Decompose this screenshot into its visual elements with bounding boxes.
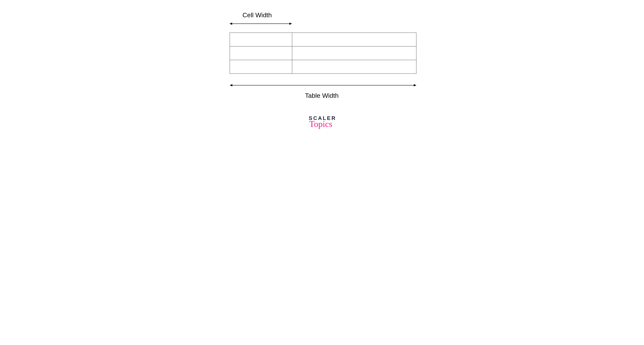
table-cell (292, 33, 416, 47)
svg-marker-5 (414, 84, 416, 86)
svg-marker-2 (289, 23, 292, 25)
cell-width-arrow (230, 22, 292, 26)
table-row (230, 47, 416, 60)
width-diagram-table (230, 33, 416, 74)
brand-line2: Topics (306, 120, 336, 128)
diagram-canvas: Cell Width Table Width SCALER Topics (180, 0, 464, 152)
table-width-arrow (230, 83, 416, 87)
cell-width-label: Cell Width (242, 11, 272, 19)
brand-logo: SCALER Topics (309, 116, 336, 128)
table-row (230, 60, 416, 74)
table-cell (230, 60, 292, 74)
svg-marker-1 (230, 23, 232, 25)
table-row (230, 33, 416, 47)
table-width-label: Table Width (305, 92, 339, 99)
table-cell (292, 60, 416, 74)
table-cell (230, 33, 292, 47)
svg-marker-4 (230, 84, 232, 86)
table-cell (292, 47, 416, 60)
table-cell (230, 47, 292, 60)
